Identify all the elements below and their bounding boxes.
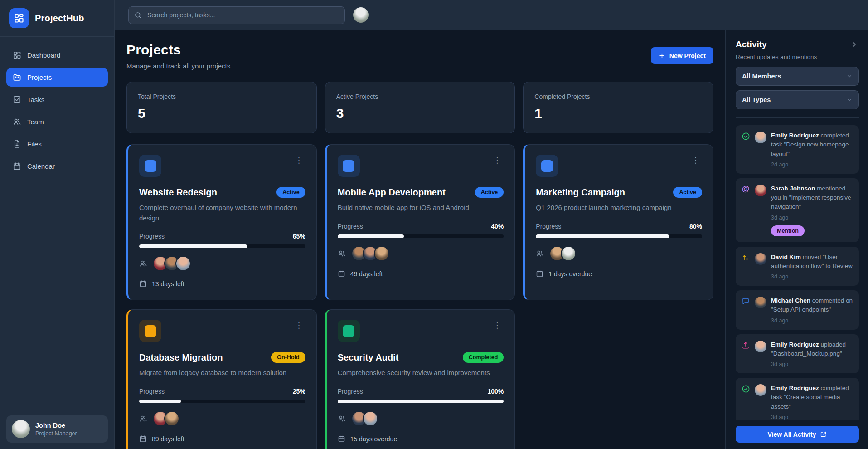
members-filter-select[interactable]: All Members (736, 67, 859, 86)
collapse-panel-button[interactable] (850, 40, 859, 49)
page-title: Projects (126, 42, 230, 58)
activity-filters: All Members All Types (736, 67, 859, 118)
members-icon (338, 415, 346, 423)
external-link-icon (820, 431, 827, 438)
activity-time: 3d ago (771, 361, 853, 367)
activity-item[interactable]: Emily Rodriguez completed task "Design n… (736, 125, 859, 174)
project-description: Build native mobile app for iOS and Andr… (338, 203, 504, 213)
project-description: Comprehensive security review and improv… (338, 368, 504, 378)
types-filter-select[interactable]: All Types (736, 90, 859, 109)
move-icon (741, 254, 750, 280)
dashboard-icon (13, 51, 21, 59)
activity-time: 3d ago (771, 215, 853, 221)
sidebar-item-calendar[interactable]: Calendar (6, 157, 108, 176)
card-menu-button[interactable]: ⋮ (490, 320, 504, 331)
upload-icon (741, 341, 750, 368)
file-icon (13, 140, 21, 148)
search-box (128, 6, 345, 24)
activity-item[interactable]: @ Sarah Johnson mentioned you in "Implem… (736, 178, 859, 242)
user-profile-card[interactable]: John Doe Project Manager (6, 415, 108, 443)
project-card-website-redesign[interactable]: ⋮ Website Redesign Active Complete overh… (126, 144, 317, 300)
due-text: 49 days left (350, 270, 383, 278)
user-name: John Doe (35, 422, 77, 429)
members-icon (139, 259, 147, 268)
card-menu-button[interactable]: ⋮ (292, 320, 305, 331)
project-icon (536, 155, 558, 177)
search-input[interactable] (146, 11, 339, 19)
due-text: 13 days left (152, 280, 184, 288)
sidebar-item-label: Calendar (27, 162, 55, 170)
sidebar-item-projects[interactable]: Projects (6, 68, 108, 87)
progress-label: Progress (139, 388, 165, 395)
actor-avatar (755, 132, 766, 143)
stat-value: 3 (336, 106, 504, 121)
progress-percent: 40% (491, 223, 504, 230)
status-badge: On-Hold (271, 352, 305, 363)
new-project-button[interactable]: New Project (651, 47, 713, 64)
user-role: Project Manager (35, 430, 77, 437)
due-text: 15 days overdue (350, 435, 398, 443)
sidebar-item-dashboard[interactable]: Dashboard (6, 46, 108, 64)
progress-percent: 100% (488, 388, 504, 395)
progress-label: Progress (139, 233, 165, 240)
stat-value: 1 (534, 106, 702, 121)
user-avatar (12, 420, 30, 438)
project-title: Website Redesign (139, 187, 217, 198)
status-badge: Active (475, 187, 504, 198)
app-name: ProjectHub (35, 13, 84, 24)
stat-card-completed: Completed Projects 1 (523, 82, 713, 133)
card-menu-button[interactable]: ⋮ (689, 155, 702, 166)
projects-grid: ⋮ Website Redesign Active Complete overh… (126, 144, 713, 449)
progress-bar (139, 400, 305, 403)
sidebar-item-label: Tasks (27, 96, 44, 103)
due-text: 89 days left (152, 435, 184, 443)
sidebar-footer: John Doe Project Manager (0, 409, 114, 449)
member-avatars (351, 246, 389, 261)
sidebar-item-files[interactable]: Files (6, 135, 108, 153)
view-all-activity-button[interactable]: View All Activity (736, 426, 859, 443)
member-avatar (164, 411, 179, 426)
activity-time: 3d ago (771, 317, 853, 324)
project-card-mobile-app-development[interactable]: ⋮ Mobile App Development Active Build na… (325, 144, 515, 300)
stat-label: Total Projects (138, 93, 305, 100)
plus-icon (659, 52, 665, 59)
sidebar-item-label: Files (27, 140, 42, 148)
project-icon (338, 155, 360, 177)
member-avatars (153, 256, 191, 271)
member-avatar (374, 246, 389, 261)
activity-item[interactable]: Emily Rodriguez completed task "Create s… (736, 378, 859, 420)
activity-item[interactable]: Emily Rodriguez uploaded "Dashboard_Mock… (736, 334, 859, 374)
calendar-icon (536, 270, 543, 278)
project-description: Migrate from legacy database to modern s… (139, 368, 305, 378)
card-menu-button[interactable]: ⋮ (490, 155, 504, 166)
members-icon (139, 415, 147, 423)
sidebar: ProjectHub Dashboard Projects Tasks Team… (0, 0, 115, 449)
status-badge: Active (673, 187, 702, 198)
mention-badge: Mention (771, 225, 805, 236)
sidebar-item-team[interactable]: Team (6, 112, 108, 131)
progress-bar (536, 234, 702, 238)
progress-bar (139, 244, 305, 248)
project-card-security-audit[interactable]: ⋮ Security Audit Completed Comprehensive… (325, 309, 515, 449)
sidebar-item-tasks[interactable]: Tasks (6, 90, 108, 109)
project-card-marketing-campaign[interactable]: ⋮ Marketing Campaign Active Q1 2026 prod… (523, 144, 713, 300)
project-card-database-migration[interactable]: ⋮ Database Migration On-Hold Migrate fro… (126, 309, 317, 449)
sidebar-item-label: Team (27, 118, 44, 126)
stat-label: Completed Projects (534, 93, 702, 100)
actor-avatar (755, 297, 766, 308)
stats-row: Total Projects 5 Active Projects 3 Compl… (126, 82, 713, 133)
topbar-avatar[interactable] (353, 7, 369, 23)
check-square-icon (13, 95, 21, 104)
sidebar-nav: Dashboard Projects Tasks Team Files Cale… (0, 37, 114, 409)
card-menu-button[interactable]: ⋮ (292, 155, 305, 166)
sidebar-item-label: Dashboard (27, 51, 60, 59)
page-subtitle: Manage and track all your projects (126, 62, 230, 70)
activity-item[interactable]: Michael Chen commented on "Setup API end… (736, 290, 859, 330)
activity-feed: Emily Rodriguez completed task "Design n… (736, 125, 859, 420)
progress-label: Progress (338, 223, 363, 230)
member-avatars (549, 246, 576, 261)
project-title: Database Migration (139, 352, 223, 363)
activity-subtitle: Recent updates and mentions (736, 54, 859, 60)
stat-value: 5 (138, 106, 305, 121)
activity-item[interactable]: David Kim moved "User authentication flo… (736, 247, 859, 286)
